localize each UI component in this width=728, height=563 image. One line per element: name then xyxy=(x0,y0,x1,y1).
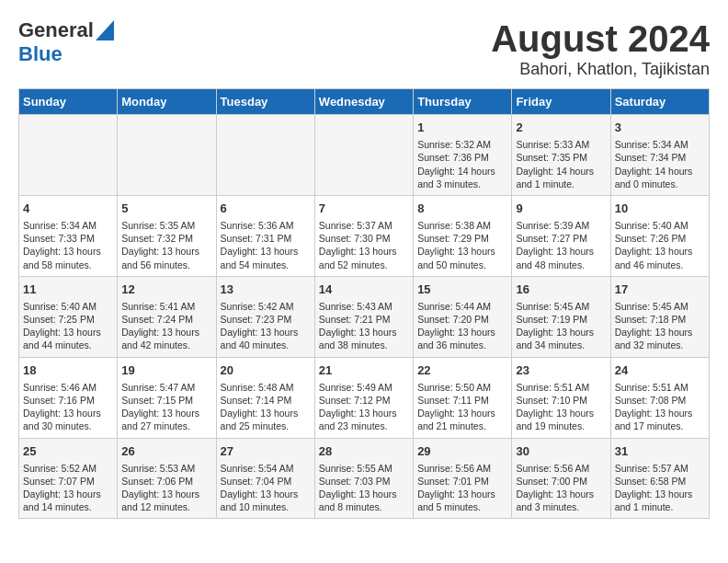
day-number: 8 xyxy=(417,201,507,217)
day-info: Sunset: 7:19 PM xyxy=(516,313,606,326)
day-info: Sunset: 7:10 PM xyxy=(516,394,606,407)
day-info: Sunset: 7:32 PM xyxy=(121,232,211,245)
day-info: Sunrise: 5:51 AM xyxy=(516,381,606,394)
day-number: 3 xyxy=(615,120,705,136)
day-info: and 1 minute. xyxy=(516,178,606,190)
day-of-week-sunday: Sunday xyxy=(19,89,118,115)
day-info: Sunset: 7:20 PM xyxy=(417,313,507,326)
calendar-cell: 5Sunrise: 5:35 AMSunset: 7:32 PMDaylight… xyxy=(118,195,216,276)
day-info: Sunrise: 5:42 AM xyxy=(221,300,311,313)
calendar-cell: 13Sunrise: 5:42 AMSunset: 7:23 PMDayligh… xyxy=(216,276,314,357)
day-info: and 17 minutes. xyxy=(615,419,705,432)
calendar-cell xyxy=(19,115,118,196)
day-info: Sunrise: 5:47 AM xyxy=(121,381,211,394)
day-info: Daylight: 13 hours xyxy=(23,326,113,339)
day-info: Daylight: 13 hours xyxy=(23,488,113,500)
logo: General Blue xyxy=(18,18,114,66)
day-info: Daylight: 13 hours xyxy=(516,407,606,419)
day-number: 23 xyxy=(516,362,606,379)
day-info: Sunrise: 5:55 AM xyxy=(319,462,409,475)
calendar-cell: 25Sunrise: 5:52 AMSunset: 7:07 PMDayligh… xyxy=(19,438,118,519)
day-number: 18 xyxy=(23,362,113,379)
day-info: Sunrise: 5:48 AM xyxy=(221,381,311,394)
calendar-cell: 22Sunrise: 5:50 AMSunset: 7:11 PMDayligh… xyxy=(414,357,512,438)
day-info: Sunset: 7:03 PM xyxy=(319,475,409,488)
day-info: Sunset: 7:00 PM xyxy=(516,475,606,488)
day-info: Sunrise: 5:44 AM xyxy=(417,300,507,313)
day-info: Sunset: 7:07 PM xyxy=(23,475,113,488)
days-of-week-row: SundayMondayTuesdayWednesdayThursdayFrid… xyxy=(19,89,710,115)
calendar-week-1: 1Sunrise: 5:32 AMSunset: 7:36 PMDaylight… xyxy=(19,115,710,196)
day-number: 22 xyxy=(417,362,507,379)
day-info: Daylight: 14 hours xyxy=(615,165,705,178)
day-info: and 40 minutes. xyxy=(221,339,311,351)
day-info: and 19 minutes. xyxy=(516,419,606,432)
day-info: and 8 minutes. xyxy=(319,500,409,513)
day-info: Sunrise: 5:34 AM xyxy=(615,138,705,151)
day-number: 7 xyxy=(319,201,409,217)
calendar-week-4: 18Sunrise: 5:46 AMSunset: 7:16 PMDayligh… xyxy=(19,357,710,438)
calendar-cell: 7Sunrise: 5:37 AMSunset: 7:30 PMDaylight… xyxy=(314,195,413,276)
day-info: Sunrise: 5:40 AM xyxy=(23,300,113,313)
calendar-cell: 19Sunrise: 5:47 AMSunset: 7:15 PMDayligh… xyxy=(118,357,216,438)
calendar-cell xyxy=(314,115,413,196)
day-number: 26 xyxy=(121,443,211,460)
calendar-cell: 11Sunrise: 5:40 AMSunset: 7:25 PMDayligh… xyxy=(19,276,118,357)
day-number: 17 xyxy=(615,282,705,298)
day-info: Sunrise: 5:33 AM xyxy=(516,138,606,151)
day-number: 29 xyxy=(417,443,507,460)
day-info: Daylight: 13 hours xyxy=(417,488,507,500)
day-info: and 3 minutes. xyxy=(516,500,606,513)
day-number: 14 xyxy=(319,282,409,298)
day-info: Sunrise: 5:40 AM xyxy=(615,219,705,232)
calendar-cell: 8Sunrise: 5:38 AMSunset: 7:29 PMDaylight… xyxy=(414,195,512,276)
calendar-week-3: 11Sunrise: 5:40 AMSunset: 7:25 PMDayligh… xyxy=(19,276,710,357)
day-info: Daylight: 13 hours xyxy=(615,407,705,419)
day-info: and 12 minutes. xyxy=(121,500,211,513)
day-info: Sunset: 7:30 PM xyxy=(319,232,409,245)
calendar-cell: 28Sunrise: 5:55 AMSunset: 7:03 PMDayligh… xyxy=(314,438,413,519)
day-info: Sunrise: 5:57 AM xyxy=(615,462,705,475)
logo-general: General xyxy=(18,18,94,42)
day-info: Sunrise: 5:50 AM xyxy=(417,381,507,394)
day-info: Daylight: 13 hours xyxy=(121,326,211,339)
day-info: and 54 minutes. xyxy=(221,259,311,271)
day-info: and 10 minutes. xyxy=(221,500,311,513)
day-number: 30 xyxy=(516,443,606,460)
day-info: Daylight: 13 hours xyxy=(23,407,113,419)
day-info: Sunset: 7:25 PM xyxy=(23,313,113,326)
day-info: Daylight: 13 hours xyxy=(516,326,606,339)
day-info: and 27 minutes. xyxy=(121,419,211,432)
day-info: Daylight: 13 hours xyxy=(121,245,211,258)
logo-blue: Blue xyxy=(18,42,63,65)
calendar-cell: 10Sunrise: 5:40 AMSunset: 7:26 PMDayligh… xyxy=(610,195,709,276)
day-info: Sunset: 7:33 PM xyxy=(23,232,113,245)
day-number: 31 xyxy=(615,443,705,460)
calendar-cell: 2Sunrise: 5:33 AMSunset: 7:35 PMDaylight… xyxy=(512,115,610,196)
day-number: 2 xyxy=(516,120,606,136)
day-info: Sunrise: 5:36 AM xyxy=(221,219,311,232)
day-of-week-thursday: Thursday xyxy=(414,89,512,115)
calendar-cell: 14Sunrise: 5:43 AMSunset: 7:21 PMDayligh… xyxy=(314,276,413,357)
calendar-cell: 3Sunrise: 5:34 AMSunset: 7:34 PMDaylight… xyxy=(610,115,709,196)
calendar-cell: 20Sunrise: 5:48 AMSunset: 7:14 PMDayligh… xyxy=(216,357,314,438)
day-number: 28 xyxy=(319,443,409,460)
day-info: and 38 minutes. xyxy=(319,339,409,351)
calendar-cell: 18Sunrise: 5:46 AMSunset: 7:16 PMDayligh… xyxy=(19,357,118,438)
day-info: Sunset: 7:23 PM xyxy=(221,313,311,326)
day-info: Sunrise: 5:41 AM xyxy=(121,300,211,313)
calendar-week-2: 4Sunrise: 5:34 AMSunset: 7:33 PMDaylight… xyxy=(19,195,710,276)
day-info: Daylight: 13 hours xyxy=(23,245,113,258)
day-info: Sunset: 7:16 PM xyxy=(23,394,113,407)
day-number: 21 xyxy=(319,362,409,379)
calendar-cell: 29Sunrise: 5:56 AMSunset: 7:01 PMDayligh… xyxy=(414,438,512,519)
day-info: Sunset: 7:18 PM xyxy=(615,313,705,326)
day-info: and 3 minutes. xyxy=(417,178,507,190)
day-number: 6 xyxy=(221,201,311,217)
day-info: Sunset: 7:27 PM xyxy=(516,232,606,245)
logo-triangle-icon xyxy=(96,20,114,40)
day-info: Daylight: 13 hours xyxy=(221,488,311,500)
day-info: and 0 minutes. xyxy=(615,178,705,190)
day-info: Sunrise: 5:43 AM xyxy=(319,300,409,313)
calendar-week-5: 25Sunrise: 5:52 AMSunset: 7:07 PMDayligh… xyxy=(19,438,710,519)
